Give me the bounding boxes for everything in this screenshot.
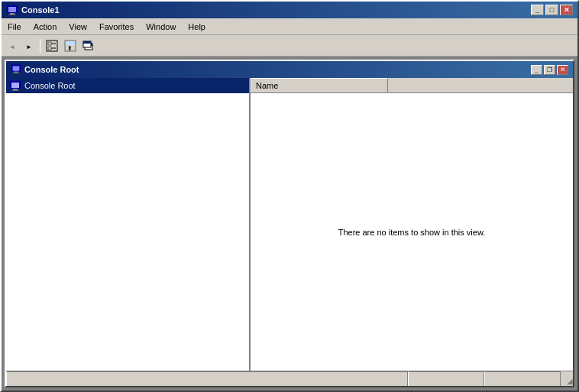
inner-title-left: Console Root (11, 63, 79, 76)
forward-button[interactable] (21, 38, 37, 53)
main-window-controls: _ □ ✕ (531, 5, 573, 15)
inner-window-title: Console Root (24, 65, 79, 74)
maximize-button[interactable]: □ (545, 5, 558, 15)
menu-action[interactable]: Action (27, 21, 63, 33)
app-title: Console1 (21, 5, 60, 15)
tree-view-button[interactable] (44, 37, 60, 54)
inner-restore-button[interactable]: ❐ (544, 65, 555, 75)
up-button[interactable]: ⬆ (62, 37, 79, 54)
svg-rect-20 (13, 73, 20, 73)
column-name-header[interactable]: Name (251, 78, 388, 92)
svg-rect-24 (11, 90, 19, 91)
forward-icon (26, 40, 32, 51)
svg-rect-1 (8, 7, 16, 12)
status-pane-3 (484, 371, 561, 386)
app-icon (6, 4, 18, 16)
svg-rect-7 (48, 47, 51, 50)
menu-view[interactable]: View (63, 21, 93, 33)
column-header: Name (251, 78, 573, 93)
tree-item-console-root[interactable]: Console Root (6, 78, 249, 93)
resize-handle[interactable]: ◢ (561, 373, 573, 385)
back-button[interactable] (5, 38, 20, 53)
toolbar-separator-1 (40, 39, 40, 53)
menu-file[interactable]: File (2, 21, 27, 33)
svg-rect-19 (14, 72, 18, 73)
tree-panel: Console Root (6, 78, 251, 371)
new-window-button[interactable] (80, 37, 97, 54)
svg-rect-5 (48, 42, 51, 45)
svg-rect-2 (10, 13, 15, 15)
main-title-bar: Console1 _ □ ✕ (2, 2, 577, 18)
main-window: Console1 _ □ ✕ File Action View Favorite… (0, 0, 579, 392)
svg-text:⬆: ⬆ (67, 45, 73, 52)
tree-view-icon (46, 40, 58, 52)
menu-bar: File Action View Favorites Window Help (2, 18, 577, 35)
minimize-button[interactable]: _ (531, 5, 544, 15)
client-area: Console Root _ ❐ ✕ (2, 57, 577, 390)
empty-message: There are no items to show in this view. (338, 228, 486, 237)
inner-close-button[interactable]: ✕ (557, 65, 568, 75)
split-pane: Console Root Name There are no items to … (6, 78, 573, 371)
svg-rect-18 (13, 66, 20, 71)
new-window-icon (82, 40, 95, 52)
svg-rect-3 (8, 15, 16, 15)
inner-minimize-button[interactable]: _ (531, 65, 542, 75)
inner-window-controls: _ ❐ ✕ (531, 65, 568, 75)
status-bar: ◢ (6, 371, 573, 386)
status-pane-2 (408, 371, 484, 386)
close-button[interactable]: ✕ (560, 5, 573, 15)
inner-app-icon (11, 63, 21, 76)
up-icon: ⬆ (64, 40, 76, 52)
svg-rect-22 (11, 83, 19, 88)
tree-item-icon (9, 79, 21, 92)
back-icon (9, 40, 15, 51)
inner-title-bar: Console Root _ ❐ ✕ (6, 61, 573, 78)
menu-help[interactable]: Help (182, 21, 212, 33)
content-area: There are no items to show in this view. (251, 93, 573, 371)
inner-window: Console Root _ ❐ ✕ (5, 60, 574, 387)
right-panel: Name There are no items to show in this … (251, 78, 573, 371)
menu-favorites[interactable]: Favorites (93, 21, 140, 33)
title-bar-left: Console1 (6, 4, 60, 16)
svg-rect-23 (13, 89, 18, 90)
svg-rect-16 (83, 41, 91, 44)
menu-window[interactable]: Window (140, 21, 182, 33)
toolbar: ⬆ (2, 35, 577, 57)
tree-item-label: Console Root (24, 81, 76, 90)
status-pane-1 (6, 371, 408, 386)
